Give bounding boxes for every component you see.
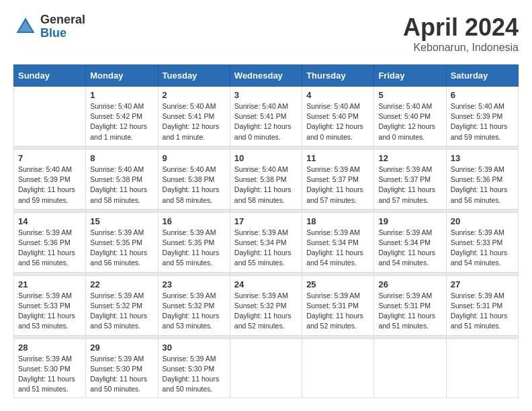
day-info: Sunrise: 5:39 AM Sunset: 5:31 PM Dayligh… (378, 291, 441, 332)
week-row-4: 21Sunrise: 5:39 AM Sunset: 5:33 PM Dayli… (14, 275, 519, 335)
day-info: Sunrise: 5:40 AM Sunset: 5:40 PM Dayligh… (306, 101, 369, 142)
calendar-cell: 14Sunrise: 5:39 AM Sunset: 5:36 PM Dayli… (14, 212, 86, 272)
day-number: 16 (163, 216, 226, 226)
day-info: Sunrise: 5:39 AM Sunset: 5:35 PM Dayligh… (90, 228, 153, 269)
week-row-3: 14Sunrise: 5:39 AM Sunset: 5:36 PM Dayli… (14, 212, 519, 272)
day-number: 8 (90, 153, 153, 163)
day-number: 15 (90, 216, 153, 226)
day-info: Sunrise: 5:39 AM Sunset: 5:37 PM Dayligh… (306, 165, 369, 205)
day-info: Sunrise: 5:39 AM Sunset: 5:34 PM Dayligh… (234, 228, 298, 269)
day-info: Sunrise: 5:39 AM Sunset: 5:32 PM Dayligh… (90, 291, 153, 332)
day-info: Sunrise: 5:39 AM Sunset: 5:34 PM Dayligh… (306, 228, 369, 269)
weekday-header-friday: Friday (374, 65, 446, 87)
day-info: Sunrise: 5:39 AM Sunset: 5:31 PM Dayligh… (306, 291, 369, 332)
day-number: 24 (234, 279, 298, 289)
calendar-cell: 19Sunrise: 5:39 AM Sunset: 5:34 PM Dayli… (374, 212, 446, 272)
day-info: Sunrise: 5:40 AM Sunset: 5:38 PM Dayligh… (90, 165, 153, 205)
day-info: Sunrise: 5:40 AM Sunset: 5:38 PM Dayligh… (234, 165, 298, 205)
day-number: 29 (90, 342, 153, 353)
calendar-cell (302, 338, 374, 398)
day-number: 10 (234, 153, 298, 163)
week-row-5: 28Sunrise: 5:39 AM Sunset: 5:30 PM Dayli… (14, 338, 519, 398)
weekday-header-thursday: Thursday (302, 65, 374, 87)
day-number: 26 (378, 279, 441, 289)
day-number: 2 (163, 90, 226, 100)
day-number: 1 (90, 90, 153, 100)
calendar-cell: 24Sunrise: 5:39 AM Sunset: 5:32 PM Dayli… (230, 275, 302, 335)
day-number: 20 (451, 216, 514, 226)
weekday-header-wednesday: Wednesday (230, 65, 302, 87)
day-info: Sunrise: 5:39 AM Sunset: 5:33 PM Dayligh… (18, 291, 81, 332)
day-number: 7 (18, 153, 81, 163)
day-info: Sunrise: 5:40 AM Sunset: 5:41 PM Dayligh… (163, 101, 226, 142)
day-number: 9 (163, 153, 226, 163)
calendar-cell (230, 338, 302, 398)
calendar-cell: 15Sunrise: 5:39 AM Sunset: 5:35 PM Dayli… (86, 212, 158, 272)
logo: General Blue (13, 13, 85, 40)
weekday-header-saturday: Saturday (446, 65, 518, 87)
calendar-cell: 10Sunrise: 5:40 AM Sunset: 5:38 PM Dayli… (230, 149, 302, 209)
calendar-cell: 20Sunrise: 5:39 AM Sunset: 5:33 PM Dayli… (446, 212, 518, 272)
day-number: 19 (378, 216, 441, 226)
day-info: Sunrise: 5:39 AM Sunset: 5:32 PM Dayligh… (163, 291, 226, 332)
calendar-cell: 21Sunrise: 5:39 AM Sunset: 5:33 PM Dayli… (14, 275, 86, 335)
weekday-header-row: SundayMondayTuesdayWednesdayThursdayFrid… (14, 65, 519, 87)
day-number: 23 (163, 279, 226, 289)
logo-general: General (40, 13, 85, 27)
day-info: Sunrise: 5:39 AM Sunset: 5:35 PM Dayligh… (163, 228, 226, 269)
calendar-cell: 30Sunrise: 5:39 AM Sunset: 5:30 PM Dayli… (158, 338, 230, 398)
day-number: 28 (18, 342, 81, 353)
calendar-cell: 23Sunrise: 5:39 AM Sunset: 5:32 PM Dayli… (158, 275, 230, 335)
day-info: Sunrise: 5:39 AM Sunset: 5:34 PM Dayligh… (378, 228, 441, 269)
title-section: April 2024 Kebonarun, Indonesia (403, 13, 519, 54)
calendar-cell: 27Sunrise: 5:39 AM Sunset: 5:31 PM Dayli… (446, 275, 518, 335)
day-info: Sunrise: 5:39 AM Sunset: 5:32 PM Dayligh… (234, 291, 298, 332)
calendar-cell: 6Sunrise: 5:40 AM Sunset: 5:39 PM Daylig… (446, 87, 518, 146)
calendar-cell: 9Sunrise: 5:40 AM Sunset: 5:38 PM Daylig… (158, 149, 230, 209)
day-number: 22 (90, 279, 153, 289)
calendar-cell: 1Sunrise: 5:40 AM Sunset: 5:42 PM Daylig… (86, 87, 158, 146)
day-number: 18 (306, 216, 369, 226)
calendar-cell: 13Sunrise: 5:39 AM Sunset: 5:36 PM Dayli… (446, 149, 518, 209)
calendar-cell: 17Sunrise: 5:39 AM Sunset: 5:34 PM Dayli… (230, 212, 302, 272)
day-info: Sunrise: 5:39 AM Sunset: 5:30 PM Dayligh… (18, 354, 81, 395)
logo-icon (13, 15, 38, 39)
calendar-cell: 4Sunrise: 5:40 AM Sunset: 5:40 PM Daylig… (302, 87, 374, 146)
day-number: 3 (234, 90, 298, 100)
day-info: Sunrise: 5:40 AM Sunset: 5:42 PM Dayligh… (90, 101, 153, 142)
calendar-cell: 28Sunrise: 5:39 AM Sunset: 5:30 PM Dayli… (14, 338, 86, 398)
day-number: 5 (378, 90, 441, 100)
day-number: 17 (234, 216, 298, 226)
day-info: Sunrise: 5:39 AM Sunset: 5:36 PM Dayligh… (18, 228, 81, 269)
calendar-cell: 25Sunrise: 5:39 AM Sunset: 5:31 PM Dayli… (302, 275, 374, 335)
day-number: 11 (306, 153, 369, 163)
calendar-cell: 12Sunrise: 5:39 AM Sunset: 5:37 PM Dayli… (374, 149, 446, 209)
location: Kebonarun, Indonesia (403, 42, 519, 54)
calendar-table: SundayMondayTuesdayWednesdayThursdayFrid… (13, 64, 519, 398)
day-number: 13 (451, 153, 514, 163)
day-info: Sunrise: 5:39 AM Sunset: 5:30 PM Dayligh… (163, 354, 226, 395)
day-info: Sunrise: 5:39 AM Sunset: 5:30 PM Dayligh… (90, 354, 153, 395)
weekday-header-tuesday: Tuesday (158, 65, 230, 87)
week-row-1: 1Sunrise: 5:40 AM Sunset: 5:42 PM Daylig… (14, 87, 519, 146)
day-number: 21 (18, 279, 81, 289)
month-title: April 2024 (403, 13, 519, 42)
week-row-2: 7Sunrise: 5:40 AM Sunset: 5:39 PM Daylig… (14, 149, 519, 209)
day-number: 30 (163, 342, 226, 353)
calendar-cell: 2Sunrise: 5:40 AM Sunset: 5:41 PM Daylig… (158, 87, 230, 146)
day-info: Sunrise: 5:40 AM Sunset: 5:40 PM Dayligh… (378, 101, 441, 142)
calendar-cell: 29Sunrise: 5:39 AM Sunset: 5:30 PM Dayli… (86, 338, 158, 398)
calendar-cell: 3Sunrise: 5:40 AM Sunset: 5:41 PM Daylig… (230, 87, 302, 146)
calendar-cell: 18Sunrise: 5:39 AM Sunset: 5:34 PM Dayli… (302, 212, 374, 272)
weekday-header-sunday: Sunday (14, 65, 86, 87)
day-info: Sunrise: 5:40 AM Sunset: 5:41 PM Dayligh… (234, 101, 298, 142)
logo-text: General Blue (40, 13, 85, 40)
day-number: 25 (306, 279, 369, 289)
day-info: Sunrise: 5:39 AM Sunset: 5:36 PM Dayligh… (451, 165, 514, 205)
calendar-cell (446, 338, 518, 398)
calendar-cell (374, 338, 446, 398)
weekday-header-monday: Monday (86, 65, 158, 87)
day-info: Sunrise: 5:40 AM Sunset: 5:39 PM Dayligh… (451, 101, 514, 142)
day-info: Sunrise: 5:39 AM Sunset: 5:37 PM Dayligh… (378, 165, 441, 205)
day-info: Sunrise: 5:40 AM Sunset: 5:38 PM Dayligh… (163, 165, 226, 205)
